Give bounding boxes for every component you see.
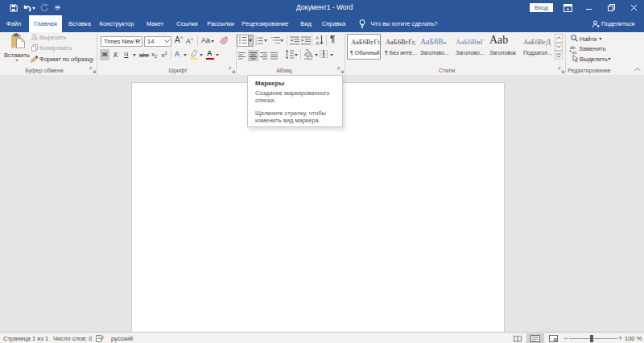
svg-text:А: А — [316, 35, 319, 40]
svg-text:3: 3 — [255, 42, 257, 44]
svg-text:ac: ac — [572, 49, 577, 53]
svg-text:Я: Я — [316, 41, 319, 46]
